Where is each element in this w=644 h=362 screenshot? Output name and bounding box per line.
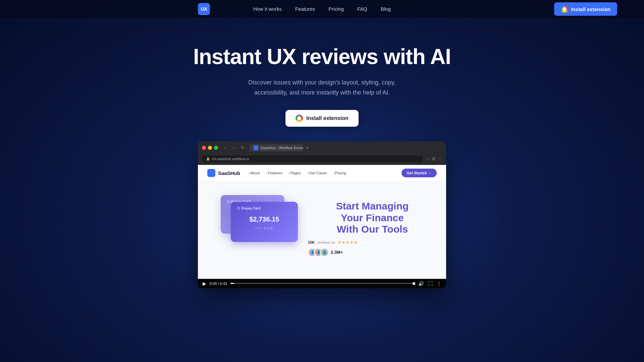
site-hero-visual: ⬡Finpay Card $2.7... •••• 5318 ⬡Finpay C… (207, 192, 301, 265)
embedded-website: SaaSHub About Features Pages Use Cases P… (198, 165, 446, 279)
play-button[interactable]: ▶ (203, 281, 206, 286)
video-controls-bar: ▶ 0:00 / 0:43 🔊 ⛶ ⋮ (198, 279, 446, 288)
user-count: 2.3M+ (331, 250, 343, 255)
more-options-video-icon[interactable]: ⋮ (437, 281, 441, 286)
tab-favicon (254, 145, 258, 150)
browser-tab-bar: ‹ › ↻ SaasHub - Webflow Ecomm... ✕ + (198, 141, 446, 154)
close-traffic-light[interactable] (202, 146, 206, 150)
install-extension-button-hero[interactable]: Install extension (285, 110, 358, 127)
hero-subtitle: Discover issues with your design's layou… (235, 78, 409, 98)
card-brand-front: ⬡Finpay Card (237, 206, 292, 210)
fullscreen-icon[interactable]: ⛶ (428, 281, 433, 286)
address-bar-icons: ☆ ⊞ ⋮ (426, 157, 442, 161)
video-right-controls: 🔊 ⛶ ⋮ (418, 281, 441, 286)
nav-link-blog[interactable]: Blog (381, 6, 391, 12)
more-options-icon[interactable]: ⋮ (438, 157, 442, 161)
chrome-icon-hero (296, 115, 303, 122)
site-navbar: SaaSHub About Features Pages Use Cases P… (198, 165, 446, 182)
bookmark-icon[interactable]: ☆ (426, 157, 429, 161)
minimize-traffic-light[interactable] (208, 146, 212, 150)
video-progress-bar[interactable] (230, 283, 415, 284)
site-hero-text: Start Managing Your Finance With Our Too… (308, 200, 437, 257)
nav-link-faq[interactable]: FAQ (357, 6, 367, 12)
card-amount-front: $2,736.15 (237, 216, 292, 223)
site-logo-icon (207, 169, 215, 177)
social-proof: 👤 👤 👤 2.3M+ (308, 248, 437, 257)
chrome-icon (561, 5, 568, 13)
site-cta-button[interactable]: Get Started → (401, 169, 437, 177)
extensions-icon[interactable]: ⊞ (432, 157, 435, 161)
hero-title: Instant UX reviews with AI (0, 45, 644, 68)
navbar: UX How it works Features Pricing FAQ Blo… (0, 0, 644, 18)
reviews-count: 15K (308, 240, 315, 244)
card-dots-front: •••• 5318 (237, 227, 292, 230)
site-nav-features[interactable]: Features (266, 171, 282, 175)
back-button[interactable]: ‹ (221, 144, 229, 152)
tab-bar: SaasHub - Webflow Ecomm... ✕ + (250, 144, 442, 152)
forward-button[interactable]: › (230, 144, 237, 152)
site-hero: ⬡Finpay Card $2.7... •••• 5318 ⬡Finpay C… (198, 182, 446, 276)
site-nav-pages[interactable]: Pages (288, 171, 301, 175)
site-logo: SaaSHub (207, 169, 240, 177)
video-progress-fill (230, 283, 234, 284)
reviews-label: reviews on (317, 240, 335, 244)
site-nav-about[interactable]: About (248, 171, 260, 175)
reviews-row: 15K reviews on ★★★★★ (308, 240, 437, 245)
install-extension-button-nav[interactable]: Install extension (554, 2, 617, 16)
browser-nav-buttons: ‹ › ↻ (221, 144, 246, 152)
hero-section: Instant UX reviews with AI Discover issu… (0, 18, 644, 288)
video-time: 0:00 / 0:43 (210, 282, 227, 286)
maximize-traffic-light[interactable] (214, 146, 218, 150)
nav-link-how-it-works[interactable]: How it works (253, 6, 282, 12)
nav-link-pricing[interactable]: Pricing (328, 6, 344, 12)
address-bar[interactable]: 🔒 mi-saashub.webflow.io (202, 156, 423, 162)
site-nav-pricing[interactable]: Pricing (333, 171, 346, 175)
logo[interactable]: UX (198, 3, 210, 15)
active-tab[interactable]: SaasHub - Webflow Ecomm... ✕ (250, 144, 303, 152)
tab-label: SaasHub - Webflow Ecomm... (260, 146, 303, 150)
address-bar-row: 🔒 mi-saashub.webflow.io ☆ ⊞ ⋮ (198, 154, 446, 165)
video-progress-dot (413, 282, 415, 285)
nav-links: How it works Features Pricing FAQ Blog (253, 6, 391, 12)
refresh-button[interactable]: ↻ (239, 144, 246, 152)
star-rating: ★★★★★ (338, 240, 358, 245)
nav-link-features[interactable]: Features (295, 6, 315, 12)
site-nav-links: About Features Pages Use Cases Pricing (248, 171, 393, 175)
new-tab-button[interactable]: + (305, 145, 310, 151)
traffic-lights (202, 146, 218, 150)
avatar-group: 👤 👤 👤 (308, 248, 326, 257)
avatar-3: 👤 (320, 248, 329, 257)
finance-card-front: ⬡Finpay Card $2,736.15 •••• 5318 (231, 202, 298, 242)
browser-mockup: ‹ › ↻ SaasHub - Webflow Ecomm... ✕ + 🔒 m… (198, 141, 446, 288)
volume-icon[interactable]: 🔊 (418, 281, 424, 286)
site-hero-heading: Start Managing Your Finance With Our Too… (308, 200, 437, 235)
site-nav-usecases[interactable]: Use Cases (307, 171, 327, 175)
